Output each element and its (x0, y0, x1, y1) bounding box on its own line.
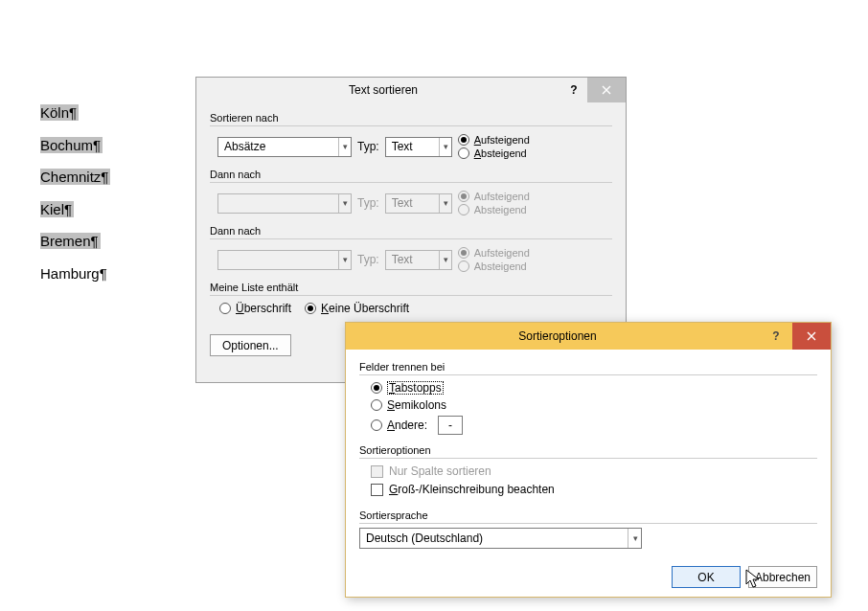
group-label-then-by-1: Dann nach (210, 169, 612, 180)
help-button[interactable]: ? (560, 78, 587, 102)
type-label: Typ: (357, 196, 379, 210)
separator-semicolons-radio[interactable]: Semikolons (371, 398, 817, 412)
group-label-separator: Felder trennen bei (359, 361, 817, 373)
chevron-down-icon: ▾ (338, 138, 348, 156)
checkbox-icon (371, 484, 383, 496)
dialog-titlebar[interactable]: Sortieroptionen ? (346, 323, 831, 350)
text-line: Bremen¶ (40, 233, 101, 249)
close-icon (807, 331, 816, 341)
no-header-radio[interactable]: Keine Überschrift (305, 302, 409, 315)
type-select[interactable]: Text ▾ (385, 137, 452, 157)
type-label: Typ: (357, 140, 379, 153)
then-by-1-type-select: Text ▾ (385, 193, 452, 214)
radio-icon (371, 382, 382, 394)
dialog-title-text: Sortieroptionen (355, 329, 760, 343)
then-by-2-select: ▾ (217, 250, 352, 270)
text-line: Kiel¶ (40, 201, 74, 217)
radio-icon (458, 260, 469, 272)
then-by-1-desc-radio: Absteigend (458, 204, 530, 215)
chevron-down-icon: ▾ (338, 194, 348, 213)
radio-icon (305, 303, 316, 314)
case-sensitive-checkbox[interactable]: Groß-/Kleinschreibung beachten (371, 483, 817, 496)
then-by-2-asc-radio: Aufsteigend (458, 247, 530, 259)
close-button[interactable] (587, 78, 626, 102)
separator-tabs-radio[interactable]: Tabstopps (371, 381, 817, 395)
group-label-options: Sortieroptionen (359, 444, 817, 456)
separator-other-input[interactable] (438, 416, 463, 435)
text-line: Köln¶ (40, 104, 79, 121)
then-by-1-select[interactable]: ▾ (217, 193, 352, 214)
options-button[interactable]: Optionen... (210, 334, 291, 356)
then-by-2-type-select: Text ▾ (385, 250, 452, 270)
sort-options-dialog: Sortieroptionen ? Felder trennen bei Tab… (345, 322, 832, 598)
close-button[interactable] (792, 323, 831, 350)
radio-icon (371, 399, 382, 411)
radio-icon (371, 419, 382, 431)
dialog-title-text: Text sortieren (206, 83, 560, 97)
text-line: Chemnitz¶ (40, 169, 110, 185)
type-value: Text (392, 140, 413, 153)
order-ascending-radio[interactable]: Aufsteigend (458, 134, 530, 146)
has-header-radio[interactable]: Überschrift (219, 302, 291, 315)
ok-button[interactable]: OK (672, 566, 741, 588)
chevron-down-icon: ▾ (338, 251, 348, 269)
sort-by-value: Absätze (224, 140, 265, 153)
checkbox-icon (371, 465, 383, 478)
group-label-list-has: Meine Liste enthält (210, 282, 612, 293)
radio-icon (219, 303, 231, 314)
order-descending-radio[interactable]: Absteigend (458, 147, 530, 159)
radio-icon (458, 134, 469, 146)
then-by-1-asc-radio: Aufsteigend (458, 191, 530, 202)
chevron-down-icon: ▾ (439, 251, 448, 269)
text-line: Hamburg¶ (40, 265, 109, 282)
radio-icon (458, 204, 469, 215)
separator-other-radio[interactable]: Andere: (371, 416, 817, 435)
type-label: Typ: (357, 253, 379, 266)
document-selected-text: Köln¶ Bochum¶ Chemnitz¶ Kiel¶ Bremen¶ Ha… (40, 103, 110, 296)
sort-by-select[interactable]: Absätze ▾ (217, 137, 352, 157)
radio-icon (458, 247, 469, 259)
radio-icon (458, 191, 469, 202)
text-line: Bochum¶ (40, 137, 103, 153)
help-button[interactable]: ? (760, 323, 792, 350)
language-select[interactable]: Deutsch (Deutschland) ▾ (359, 528, 642, 549)
group-label-language: Sortiersprache (359, 509, 817, 521)
group-label-sort-by: Sortieren nach (210, 112, 612, 124)
then-by-2-desc-radio: Absteigend (458, 260, 530, 272)
close-icon (602, 85, 611, 95)
chevron-down-icon: ▾ (439, 138, 448, 156)
dialog-titlebar[interactable]: Text sortieren ? (196, 78, 626, 102)
mouse-cursor-icon (745, 569, 763, 590)
language-value: Deutsch (Deutschland) (366, 532, 483, 545)
chevron-down-icon: ▾ (628, 529, 638, 548)
group-label-then-by-2: Dann nach (210, 225, 612, 237)
only-column-checkbox: Nur Spalte sortieren (371, 464, 817, 478)
chevron-down-icon: ▾ (439, 194, 448, 213)
radio-icon (458, 147, 469, 159)
